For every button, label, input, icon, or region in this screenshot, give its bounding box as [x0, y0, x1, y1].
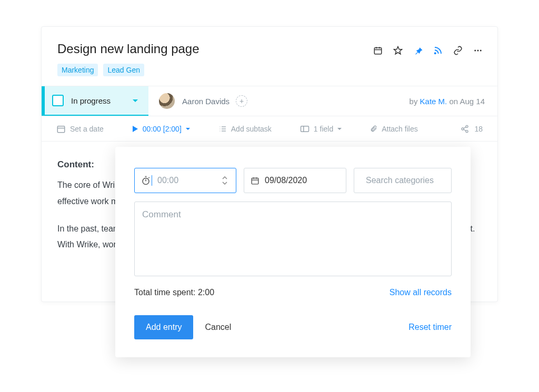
time-input[interactable]: 00:00 — [134, 168, 236, 193]
chevron-down-icon — [186, 128, 190, 130]
svg-line-24 — [464, 129, 466, 131]
status-selector[interactable]: In progress — [42, 86, 148, 116]
svg-marker-11 — [133, 126, 138, 132]
tag-leadgen[interactable]: Lead Gen — [103, 64, 144, 76]
time-stepper[interactable] — [220, 176, 229, 185]
header-actions — [373, 46, 483, 55]
svg-line-28 — [148, 177, 149, 178]
share-button[interactable]: 18 — [461, 125, 483, 133]
share-count-label: 18 — [474, 125, 483, 133]
status-row: In progress Aaron Davids + by Kate M. on… — [42, 86, 497, 116]
link-icon[interactable] — [453, 46, 463, 55]
meta-suffix: on Aug 14 — [447, 97, 485, 106]
fields-label: 1 field — [314, 125, 333, 133]
calendar-icon — [251, 176, 259, 185]
category-search-input[interactable]: Search categories — [354, 168, 452, 193]
set-date-label: Set a date — [70, 125, 104, 133]
avatar[interactable] — [158, 92, 176, 110]
svg-rect-0 — [374, 48, 382, 54]
assignee-name: Aaron Davids — [182, 97, 229, 106]
tag-list: Marketing Lead Gen — [57, 64, 482, 86]
attach-label: Attach files — [382, 125, 417, 133]
custom-fields-button[interactable]: 1 field — [300, 125, 342, 133]
comment-placeholder: Comment — [142, 209, 181, 219]
calendar-icon[interactable] — [373, 46, 383, 55]
time-entry-popover: 00:00 09/08/2020 Search categories Comme… — [115, 147, 471, 357]
tag-marketing[interactable]: Marketing — [57, 64, 98, 76]
add-assignee-button[interactable]: + — [236, 95, 247, 107]
comment-input[interactable]: Comment — [134, 202, 452, 276]
svg-line-23 — [464, 127, 466, 128]
total-time-value: 2:00 — [198, 288, 214, 297]
meta-prefix: by — [410, 97, 420, 106]
add-entry-button[interactable]: Add entry — [134, 315, 193, 339]
complete-checkbox[interactable] — [52, 95, 64, 106]
svg-rect-18 — [301, 126, 308, 132]
reset-timer-link[interactable]: Reset timer — [408, 323, 452, 332]
task-toolbar: Set a date 00:00 [2:00] Add subtask 1 fi… — [42, 116, 497, 142]
add-subtask-button[interactable]: Add subtask — [218, 125, 272, 133]
svg-point-5 — [435, 53, 436, 54]
svg-rect-9 — [57, 126, 65, 132]
star-icon[interactable] — [393, 46, 403, 55]
chevron-down-icon — [337, 128, 342, 130]
timer-label: 00:00 [2:00] — [143, 125, 182, 133]
date-value: 09/08/2020 — [265, 176, 307, 185]
svg-point-7 — [477, 50, 479, 52]
more-icon[interactable] — [473, 46, 483, 55]
svg-marker-4 — [394, 47, 402, 54]
status-label: In progress — [71, 96, 111, 105]
date-input[interactable]: 09/08/2020 — [244, 168, 346, 193]
feed-icon[interactable] — [433, 46, 443, 55]
stepper-down-icon[interactable] — [222, 182, 227, 185]
svg-point-8 — [480, 50, 482, 52]
svg-point-6 — [474, 50, 476, 52]
svg-point-21 — [462, 128, 464, 130]
pin-icon[interactable] — [413, 46, 423, 55]
set-date-button[interactable]: Set a date — [56, 124, 104, 134]
svg-point-22 — [466, 130, 468, 132]
author-link[interactable]: Kate M. — [420, 97, 447, 106]
task-meta: by Kate M. on Aug 14 — [410, 97, 497, 106]
cancel-button[interactable]: Cancel — [205, 323, 231, 332]
show-all-records-link[interactable]: Show all records — [390, 288, 452, 297]
text-cursor — [152, 175, 152, 186]
stepper-up-icon[interactable] — [222, 176, 227, 179]
search-placeholder: Search categories — [366, 176, 434, 185]
stopwatch-icon — [141, 176, 151, 185]
total-time-label: Total time spent: — [134, 288, 198, 297]
timer-button[interactable]: 00:00 [2:00] — [132, 125, 190, 133]
attach-button[interactable]: Attach files — [370, 125, 417, 133]
assignee-block: Aaron Davids + — [148, 92, 247, 110]
svg-rect-29 — [252, 178, 258, 184]
total-time: Total time spent: 2:00 — [134, 288, 214, 297]
chevron-down-icon — [133, 99, 138, 102]
add-subtask-label: Add subtask — [231, 125, 272, 133]
time-placeholder: 00:00 — [157, 176, 178, 185]
svg-point-20 — [466, 125, 468, 127]
